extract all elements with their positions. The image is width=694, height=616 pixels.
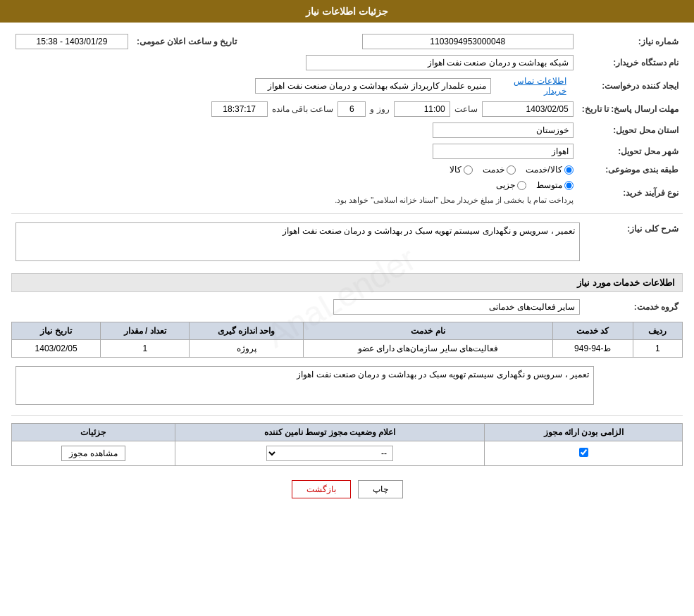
buyer-notes-table: تعمیر ، سرویس و نگهداری سیستم تهویه سبک … [11, 363, 683, 410]
need-number-input[interactable] [362, 34, 574, 49]
deadline-days-input[interactable] [337, 101, 366, 117]
info-form-table: شماره نیاز: تاریخ و ساعت اعلان عمومی: نا… [11, 31, 683, 208]
buyer-notes-label [598, 363, 683, 410]
permits-cell-required [485, 441, 683, 466]
need-number-label: شماره نیاز: [578, 31, 683, 52]
province-label: استان محل تحویل: [578, 120, 683, 141]
service-group-label: گروه خدمت: [584, 296, 683, 318]
col-header-date: تاریخ نیاز [12, 322, 101, 340]
purchase-type-label: نوع فرآیند خرید: [578, 177, 683, 208]
view-permit-button[interactable]: مشاهده مجوز [61, 446, 125, 461]
main-content: شماره نیاز: تاریخ و ساعت اعلان عمومی: نا… [0, 23, 694, 521]
cell-date-1: 1403/02/05 [12, 340, 101, 358]
category-option-kala[interactable]: کالا [450, 165, 473, 175]
cell-row-1: 1 [633, 340, 682, 358]
table-row: 1 ط-94-949 فعالیت‌های سایر سازمان‌های دا… [12, 340, 683, 358]
deadline-time-label: ساعت [454, 104, 478, 114]
need-number-value [251, 31, 577, 52]
divider-1 [11, 213, 683, 214]
deadline-time-input[interactable] [394, 101, 450, 117]
divider-2 [11, 415, 683, 416]
col-header-name: نام خدمت [303, 322, 552, 340]
permits-row: -- مشاهده مجوز [12, 441, 683, 466]
services-data-table: ردیف کد خدمت نام خدمت واحد اندازه گیری ت… [11, 322, 683, 358]
category-option-khedmat[interactable]: خدمت [483, 165, 516, 175]
contact-link[interactable]: اطلاعات تماس خریدار [498, 76, 566, 96]
services-section-title: اطلاعات خدمات مورد نیاز [11, 273, 683, 292]
city-input[interactable] [433, 144, 574, 159]
service-group-table: گروه خدمت: [11, 296, 683, 318]
permits-table: الزامی بودن ارائه مجوز اعلام وضعیت مجوز … [11, 423, 683, 466]
permits-cell-details: مشاهده مجوز [12, 441, 175, 466]
date-input[interactable] [16, 34, 128, 49]
print-button[interactable]: چاپ [358, 480, 403, 498]
purchase-radio-group: متوسط جزیی [16, 180, 574, 190]
category-label: طبقه بندی موضوعی: [578, 162, 683, 177]
date-label: تاریخ و ساعت اعلان عمومی: [132, 31, 251, 52]
province-input[interactable] [433, 122, 574, 138]
purchase-option-motawaset[interactable]: متوسط [536, 180, 574, 190]
purchase-type-section: متوسط جزیی پرداخت تمام یا بخشی از مبلغ خ… [16, 180, 574, 205]
buyer-name-label: نام دستگاه خریدار: [578, 52, 683, 73]
deadline-remaining-input[interactable] [211, 101, 268, 117]
col-header-unit: واحد اندازه گیری [190, 322, 304, 340]
permits-checkbox[interactable] [579, 448, 588, 457]
col-header-qty: تعداد / مقدار [101, 322, 190, 340]
need-desc-label: شرح کلی نیاز: [584, 220, 683, 266]
cell-unit-1: پروژه [190, 340, 304, 358]
creator-input[interactable] [255, 78, 491, 94]
category-option-kala-khedmat[interactable]: کالا/خدمت [526, 165, 573, 175]
cell-code-1: ط-94-949 [553, 340, 633, 358]
cell-qty-1: 1 [101, 340, 190, 358]
page-wrapper: جزئیات اطلاعات نیاز شماره نیاز: تاریخ و … [0, 0, 694, 616]
purchase-option-jozei[interactable]: جزیی [496, 180, 526, 190]
buyer-notes-textarea[interactable]: تعمیر ، سرویس و نگهداری سیستم تهویه سبک … [16, 366, 594, 405]
deadline-date-input[interactable] [482, 101, 574, 117]
permits-col-status: اعلام وضعیت مجوز توسط نامین کننده [175, 424, 485, 441]
permits-cell-status: -- [175, 441, 485, 466]
back-button[interactable]: بازگشت [292, 480, 351, 498]
need-desc-textarea[interactable]: تعمیر ، سرویس و نگهداری سیستم تهویه سبک … [16, 222, 580, 261]
permits-col-required: الزامی بودن ارائه مجوز [485, 424, 683, 441]
deadline-label: مهلت ارسال پاسخ: تا تاریخ: [578, 99, 683, 120]
deadline-days-label: روز و [370, 104, 389, 114]
footer-buttons: چاپ بازگشت [11, 480, 683, 498]
category-radio-group: کالا/خدمت خدمت کالا [16, 165, 574, 175]
buyer-name-input[interactable] [306, 55, 574, 70]
description-table: شرح کلی نیاز: تعمیر ، سرویس و نگهداری سی… [11, 220, 683, 266]
city-label: شهر محل تحویل: [578, 141, 683, 162]
col-header-code: کد خدمت [553, 322, 633, 340]
service-group-input[interactable] [333, 299, 580, 315]
col-header-row: ردیف [633, 322, 682, 340]
permits-status-select[interactable]: -- [266, 446, 393, 461]
creator-label: ایجاد کننده درخواست: [578, 73, 683, 99]
permits-col-details: جزئیات [12, 424, 175, 441]
page-title: جزئیات اطلاعات نیاز [306, 6, 388, 17]
purchase-notice: پرداخت تمام یا بخشی از مبلغ خریدار محل "… [16, 196, 574, 205]
deadline-remaining-label: ساعت باقی مانده [272, 104, 334, 114]
page-header: جزئیات اطلاعات نیاز [0, 0, 694, 23]
cell-name-1: فعالیت‌های سایر سازمان‌های دارای عضو [303, 340, 552, 358]
